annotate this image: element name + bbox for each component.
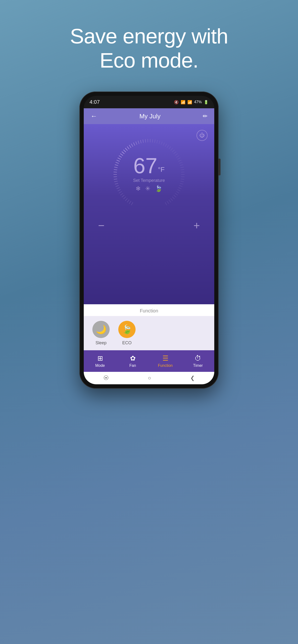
svg-line-39: [152, 139, 153, 142]
temp-display: 67°F Set Temperature ❄ ✳ 🍃: [133, 155, 165, 192]
svg-line-31: [133, 142, 135, 146]
header-title: My July: [139, 112, 161, 120]
svg-line-75: [165, 202, 167, 205]
mute-icon: 🔇: [174, 100, 179, 104]
temp-controls: − +: [84, 220, 214, 231]
fan-nav-icon: ✿: [130, 354, 135, 362]
svg-line-65: [179, 186, 182, 187]
svg-line-20: [116, 162, 119, 164]
power-icon: ⏻: [199, 132, 205, 138]
nav-item-mode[interactable]: ⊞ Mode: [84, 354, 116, 368]
function-item-eco[interactable]: 🍃 ECO: [118, 321, 135, 346]
home-button[interactable]: ○: [148, 375, 151, 381]
svg-line-24: [120, 154, 123, 156]
svg-line-14: [113, 177, 117, 177]
svg-line-16: [113, 172, 117, 172]
svg-line-28: [127, 146, 129, 149]
svg-line-54: [178, 160, 181, 162]
svg-line-5: [122, 195, 124, 198]
svg-line-22: [117, 158, 120, 160]
edit-button[interactable]: ✏: [203, 113, 208, 120]
recent-apps-button[interactable]: ⦿: [103, 375, 109, 381]
phone-screen: 4:07 🔇 📶 📶 47% 🔋 ← My July ✏ ⏻: [84, 96, 214, 384]
nav-item-function[interactable]: ☰ Function: [149, 354, 182, 368]
svg-line-64: [180, 183, 183, 184]
svg-line-40: [155, 140, 155, 143]
svg-line-25: [122, 152, 124, 154]
function-item-sleep[interactable]: 🌙 Sleep: [92, 321, 110, 346]
svg-line-11: [115, 183, 118, 184]
svg-line-26: [123, 150, 126, 152]
mode-nav-label: Mode: [95, 364, 105, 368]
svg-line-18: [114, 167, 117, 168]
svg-line-8: [117, 190, 120, 191]
svg-line-49: [172, 150, 175, 152]
sleep-circle: 🌙: [92, 321, 110, 338]
svg-line-13: [114, 179, 117, 180]
svg-line-33: [138, 141, 139, 144]
snowflake-icon: ❄: [135, 185, 141, 192]
function-nav-label: Function: [158, 364, 173, 368]
back-sys-button[interactable]: ❮: [190, 375, 195, 381]
svg-line-46: [167, 145, 169, 148]
status-time: 4:07: [89, 99, 100, 105]
phone-wrapper: 4:07 🔇 📶 📶 47% 🔋 ← My July ✏ ⏻: [79, 92, 219, 388]
svg-line-2: [127, 200, 129, 202]
svg-line-23: [119, 156, 122, 158]
svg-line-51: [175, 154, 178, 156]
svg-line-61: [181, 177, 185, 177]
battery-text: 47%: [194, 100, 202, 104]
status-icons: 🔇 📶 📶 47% 🔋: [174, 100, 209, 104]
system-nav-bar: ⦿ ○ ❮: [84, 372, 214, 384]
svg-line-67: [177, 190, 180, 191]
signal-icon: 📶: [187, 100, 192, 104]
svg-line-52: [176, 156, 179, 158]
svg-line-68: [176, 192, 179, 193]
svg-line-29: [129, 145, 131, 148]
svg-line-30: [131, 144, 133, 146]
svg-line-7: [119, 192, 122, 193]
svg-line-55: [179, 162, 182, 164]
app-header: ← My July ✏: [84, 108, 214, 124]
headline: Save energy with Eco mode.: [55, 24, 242, 72]
nav-item-timer[interactable]: ⏱ Timer: [182, 354, 214, 368]
svg-line-27: [125, 148, 127, 150]
eco-circle: 🍃: [118, 321, 135, 338]
svg-line-3: [125, 198, 127, 201]
nav-item-fan[interactable]: ✿ Fan: [116, 354, 149, 368]
svg-line-12: [114, 181, 117, 182]
sleep-icon: 🌙: [96, 324, 106, 334]
fan-icon: ✳: [145, 185, 151, 192]
svg-line-57: [181, 167, 184, 168]
svg-line-56: [180, 165, 183, 166]
power-button[interactable]: ⏻: [197, 130, 208, 141]
svg-line-42: [159, 141, 160, 144]
mode-nav-icon: ⊞: [97, 354, 103, 362]
decrease-temp-button[interactable]: −: [98, 220, 105, 231]
svg-line-10: [116, 186, 119, 187]
svg-line-48: [171, 148, 173, 150]
svg-line-32: [136, 142, 137, 145]
back-button[interactable]: ←: [90, 112, 97, 120]
svg-line-9: [117, 188, 120, 189]
svg-line-43: [161, 142, 162, 145]
fan-nav-label: Fan: [129, 364, 136, 368]
battery-icon: 🔋: [204, 100, 209, 104]
bottom-nav: ⊞ Mode ✿ Fan ☰ Function ⏱ Timer: [84, 350, 214, 372]
svg-line-53: [177, 158, 180, 160]
svg-line-72: [171, 198, 173, 201]
eco-icon: 🍃: [122, 324, 132, 334]
svg-line-1: [129, 201, 131, 204]
increase-temp-button[interactable]: +: [193, 220, 200, 231]
svg-line-17: [114, 170, 117, 170]
svg-line-19: [115, 165, 118, 166]
timer-nav-icon: ⏱: [195, 354, 201, 362]
wifi-icon: 📶: [181, 100, 186, 104]
svg-line-71: [172, 197, 175, 199]
function-label: Function: [84, 304, 214, 316]
svg-line-4: [123, 197, 126, 199]
svg-line-6: [120, 193, 123, 195]
svg-line-63: [181, 181, 184, 182]
function-items-row: 🌙 Sleep 🍃 ECO: [84, 316, 214, 350]
svg-line-59: [181, 172, 185, 172]
